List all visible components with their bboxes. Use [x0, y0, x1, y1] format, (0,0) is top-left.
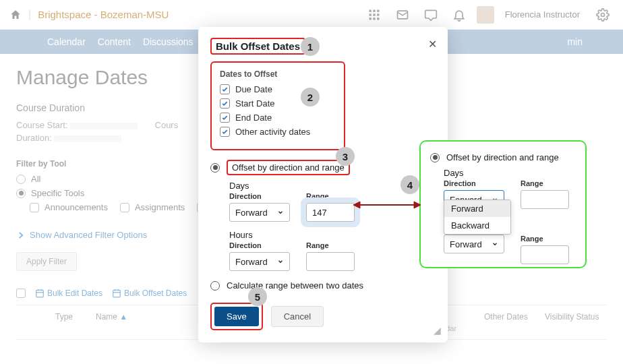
select-all-checkbox[interactable] [16, 289, 26, 298]
svg-marker-14 [353, 202, 360, 208]
svg-rect-8 [377, 18, 379, 20]
dropdown-option-forward[interactable]: Forward [444, 200, 510, 217]
callout-hours-direction-select[interactable]: Forward [444, 235, 504, 253]
step-badge-3: 3 [336, 147, 355, 166]
radio-calculate-range[interactable]: Calculate range between two dates [210, 280, 436, 291]
days-range-input[interactable]: 147 [306, 203, 355, 222]
duration-label: Duration: [16, 133, 52, 143]
svg-rect-4 [373, 13, 375, 16]
svg-rect-11 [36, 290, 44, 297]
hours-direction-select[interactable]: Forward [229, 252, 290, 271]
direction-dropdown-callout: Offset by direction and range Days Direc… [419, 140, 587, 268]
bulk-edit-link[interactable]: Bulk Edit Dates [35, 289, 102, 298]
chk-other-dates[interactable]: Other activity dates [220, 127, 336, 137]
cancel-button[interactable]: Cancel [271, 306, 324, 327]
home-icon[interactable] [9, 9, 22, 21]
chk-assignments[interactable]: Assignments [120, 202, 185, 212]
svg-rect-0 [369, 9, 371, 11]
range-label: Range [306, 192, 355, 200]
dialog-title: Bulk Offset Dates [210, 38, 305, 55]
svg-rect-5 [377, 13, 379, 16]
chat-icon[interactable] [424, 8, 438, 22]
step-badge-4: 4 [400, 175, 419, 194]
bulk-offset-link[interactable]: Bulk Offset Dates [112, 289, 187, 298]
th-visibility[interactable]: Visibility Status [539, 305, 607, 339]
gear-icon[interactable] [596, 8, 610, 22]
days-direction-select[interactable]: Forward [229, 203, 290, 222]
radio-offset-direction[interactable]: Offset by direction and range [210, 160, 436, 175]
save-button-highlight: Save [210, 303, 263, 330]
dropdown-option-backward[interactable]: Backward [444, 217, 510, 234]
divider: | [28, 9, 31, 21]
hours-range-input[interactable] [306, 252, 355, 271]
nav-content[interactable]: Content [98, 36, 131, 47]
bell-icon[interactable] [452, 8, 466, 22]
step-badge-5: 5 [248, 287, 267, 306]
step-badge-1: 1 [301, 37, 320, 56]
svg-point-10 [601, 13, 605, 16]
dates-to-offset-fieldset: Dates to Offset Due Date Start Date End … [210, 61, 345, 150]
svg-rect-2 [377, 9, 379, 11]
chk-announcements[interactable]: Announcements [30, 202, 108, 212]
course-label: Cours [155, 120, 179, 130]
svg-marker-15 [414, 202, 421, 208]
nav-calendar[interactable]: Calendar [47, 36, 86, 47]
save-button[interactable]: Save [214, 307, 259, 326]
step-badge-2: 2 [301, 88, 320, 107]
svg-rect-7 [373, 18, 375, 20]
svg-rect-3 [369, 13, 371, 16]
blurred-value [70, 123, 138, 129]
nav-discussions[interactable]: Discussions [143, 36, 194, 47]
apps-icon[interactable] [367, 8, 381, 22]
apply-filter-button[interactable]: Apply Filter [16, 252, 77, 271]
hours-label: Hours [229, 230, 436, 240]
username[interactable]: Florencia Instructor [505, 9, 580, 20]
course-start-label: Course Start: [16, 120, 68, 130]
callout-radio-offset[interactable]: Offset by direction and range [430, 152, 576, 162]
direction-label: Direction [229, 192, 290, 200]
direction-label: Direction [229, 241, 290, 249]
callout-hours-range-input[interactable] [521, 245, 569, 264]
blurred-value [54, 135, 121, 142]
th-type[interactable]: Type [50, 305, 90, 339]
range-label: Range [306, 241, 355, 249]
close-icon[interactable]: ✕ [428, 38, 437, 51]
th-other[interactable]: Other Dates [479, 305, 539, 339]
svg-rect-6 [369, 18, 371, 20]
chk-end-date[interactable]: End Date [220, 113, 336, 123]
svg-rect-1 [373, 9, 375, 11]
mail-icon[interactable] [396, 8, 409, 22]
svg-rect-12 [113, 290, 121, 297]
nav-cut-right[interactable]: min [567, 36, 583, 47]
fieldset-legend: Dates to Offset [220, 69, 336, 79]
avatar[interactable] [477, 6, 494, 24]
double-arrow-icon [353, 200, 421, 210]
app-title[interactable]: Brightspace - Bozeman-MSU [38, 9, 169, 20]
topbar: | Brightspace - Bozeman-MSU Florencia In… [0, 0, 623, 30]
callout-days-range-input[interactable] [521, 190, 569, 209]
resize-grip-icon[interactable]: ◢ [434, 325, 441, 336]
direction-dropdown-list: Forward Backward [444, 200, 511, 235]
